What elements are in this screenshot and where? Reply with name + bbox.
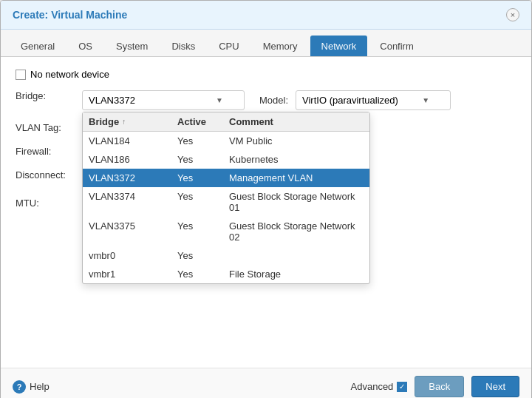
bridge-select[interactable]: VLAN3372 ▼: [82, 90, 245, 110]
bridge-row: Bridge: VLAN3372 ▼ Bridge ↑: [16, 90, 516, 110]
content-area: No network device Bridge: VLAN3372 ▼ B: [1, 57, 531, 368]
model-section: Model: VirtIO (paravirtualized) ▼: [259, 90, 451, 110]
advanced-label: Advanced: [351, 381, 394, 392]
mtu-label: MTU:: [16, 198, 82, 209]
active-col-header: Active: [177, 116, 229, 127]
back-button[interactable]: Back: [415, 376, 464, 397]
footer-left: ? Help: [13, 380, 50, 394]
tab-network[interactable]: Network: [310, 36, 368, 56]
sort-icon: ↑: [122, 118, 126, 126]
footer-right: Advanced ✓ Back Next: [351, 376, 519, 397]
help-icon: ?: [13, 380, 26, 394]
tab-disks[interactable]: Disks: [160, 36, 206, 56]
model-dropdown-arrow: ▼: [422, 96, 429, 104]
advanced-checkbox[interactable]: ✓: [397, 382, 407, 392]
next-button[interactable]: Next: [471, 376, 519, 397]
dropdown-header: Bridge ↑ Active Comment: [83, 112, 369, 132]
title-bar: Create: Virtual Machine ×: [1, 1, 531, 30]
model-label: Model:: [259, 95, 288, 106]
firewall-label: Firewall:: [16, 146, 82, 157]
list-item-selected[interactable]: VLAN3372 Yes Management VLAN: [83, 169, 369, 187]
list-item[interactable]: vmbr1 Yes File Storage: [83, 265, 369, 283]
tab-system[interactable]: System: [105, 36, 159, 56]
comment-col-header: Comment: [229, 116, 364, 127]
dialog-title: Create: Virtual Machine: [13, 9, 127, 21]
tab-bar: General OS System Disks CPU Memory Netwo…: [1, 30, 531, 57]
disconnect-label: Disconnect:: [16, 169, 82, 181]
footer: ? Help Advanced ✓ Back Next: [1, 368, 531, 398]
tab-os[interactable]: OS: [67, 36, 103, 56]
tab-confirm[interactable]: Confirm: [369, 36, 425, 56]
bridge-dropdown-container: VLAN3372 ▼ Bridge ↑ Active: [82, 90, 245, 110]
model-value: VirtIO (paravirtualized): [302, 95, 398, 106]
model-select-wrapper: VirtIO (paravirtualized) ▼: [296, 90, 451, 110]
model-select[interactable]: VirtIO (paravirtualized) ▼: [296, 90, 451, 110]
list-item[interactable]: VLAN3375 Yes Guest Block Storage Network…: [83, 217, 369, 246]
help-label: Help: [30, 381, 50, 392]
list-item[interactable]: VLAN186 Yes Kubernetes: [83, 150, 369, 169]
no-network-checkbox[interactable]: [16, 70, 26, 80]
vlan-tag-label: VLAN Tag:: [16, 122, 82, 133]
bridge-dropdown-arrow: ▼: [216, 96, 223, 104]
tab-memory[interactable]: Memory: [252, 36, 309, 56]
help-button[interactable]: ? Help: [13, 380, 50, 394]
create-vm-dialog: Create: Virtual Machine × General OS Sys…: [0, 0, 532, 398]
list-item[interactable]: vmbr0 Yes: [83, 246, 369, 265]
bridge-label: Bridge:: [16, 90, 82, 101]
bridge-col-header: Bridge ↑: [89, 116, 177, 127]
list-item[interactable]: VLAN184 Yes VM Public: [83, 132, 369, 150]
no-network-row: No network device: [16, 69, 516, 80]
advanced-checkbox-row: Advanced ✓: [351, 381, 408, 392]
list-item[interactable]: VLAN3374 Yes Guest Block Storage Network…: [83, 187, 369, 217]
no-network-label: No network device: [30, 69, 109, 80]
close-button[interactable]: ×: [506, 8, 519, 21]
bridge-dropdown-list: Bridge ↑ Active Comment VLAN184: [82, 112, 370, 284]
tab-cpu[interactable]: CPU: [208, 36, 250, 56]
tab-general[interactable]: General: [10, 36, 66, 56]
bridge-selected-value: VLAN3372: [89, 95, 135, 106]
